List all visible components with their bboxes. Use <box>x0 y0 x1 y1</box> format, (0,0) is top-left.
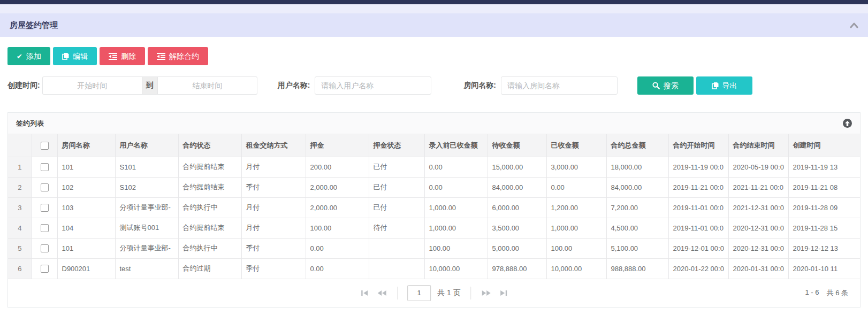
page-title: 房屋签约管理 <box>10 20 58 30</box>
cell-deposit: 2,000.00 <box>306 197 369 218</box>
cell-contract-start-time: 2019-11-21 00:0 <box>668 177 728 197</box>
row-checkbox[interactable] <box>41 163 49 171</box>
outdent-icon <box>109 53 117 60</box>
row-number: 5 <box>8 238 32 258</box>
cell-contract-start-time: 2019-11-01 00:0 <box>668 218 728 238</box>
contract-list-panel: 签约列表 房间名称用户名称合约状态租金交纳方式押金押金状态录入前已收金额待收金额… <box>7 112 861 308</box>
cell-create-time: 2019-11-21 08 <box>788 177 860 197</box>
header-create-time: 创建时间 <box>788 134 860 157</box>
row-number: 4 <box>8 218 32 238</box>
page-number-input[interactable] <box>407 285 431 301</box>
room-name-input[interactable] <box>501 76 618 95</box>
table-row[interactable]: 3103分项计量事业部-合约执行中月付2,000.00已付1,000.006,0… <box>8 197 860 218</box>
table-row[interactable]: 4104测试账号001合约提前结束月付100.00待付1,000.003,500… <box>8 218 860 238</box>
row-checkbox-cell <box>32 238 57 258</box>
add-button[interactable]: ✔ 添加 <box>7 47 50 65</box>
cell-contract-total: 988,888.00 <box>606 258 668 279</box>
contract-table: 房间名称用户名称合约状态租金交纳方式押金押金状态录入前已收金额待收金额已收金额合… <box>8 134 860 279</box>
cell-received-amount: 0.00 <box>546 177 606 197</box>
export-button[interactable]: 导出 <box>696 76 752 95</box>
end-time-input[interactable] <box>158 76 257 95</box>
user-name-input[interactable] <box>315 76 431 95</box>
user-name-label: 用户名称: <box>278 81 310 90</box>
cell-deposit-status: 已付 <box>369 157 424 177</box>
cell-room-name: 104 <box>57 218 115 238</box>
header-row-number <box>8 134 32 157</box>
first-page-icon[interactable] <box>360 289 370 297</box>
header-received-amount: 已收金额 <box>546 134 606 157</box>
cell-user-name: 分项计量事业部- <box>115 238 178 258</box>
next-page-icon[interactable] <box>481 289 492 297</box>
row-number: 1 <box>8 157 32 177</box>
cell-room-name: 103 <box>57 197 115 218</box>
cell-contract-total: 4,500.00 <box>606 218 668 238</box>
cell-contract-status: 合约提前结束 <box>178 157 241 177</box>
cell-contract-start-time: 2019-11-19 00:0 <box>668 157 728 177</box>
cell-deposit: 100.00 <box>306 218 369 238</box>
edit-button[interactable]: 编辑 <box>53 47 97 65</box>
header-checkbox-cell <box>32 134 57 157</box>
date-range-group: 到 <box>42 76 257 95</box>
table-row[interactable]: 6D900201test合约过期季付0.0010,000.00978,888.0… <box>8 258 860 279</box>
row-checkbox[interactable] <box>41 183 49 191</box>
cell-received-amount: 3,000.00 <box>546 157 606 177</box>
table-row[interactable]: 2102S102合约提前结束季付2,000.00已付0.0084,000.000… <box>8 177 860 197</box>
cell-receivable-amount: 3,500.00 <box>488 218 546 238</box>
create-time-label: 创建时间: <box>7 81 40 90</box>
cell-deposit-status: 待付 <box>369 218 424 238</box>
cell-room-name: 101 <box>57 238 115 258</box>
cell-pre-received-amount: 10,000.00 <box>424 258 488 279</box>
cell-deposit-status <box>369 238 424 258</box>
cell-rent-pay-method: 季付 <box>241 238 306 258</box>
panel-title: 签约列表 <box>16 119 44 128</box>
cell-contract-end-time: 2020-01-31 00:0 <box>728 258 788 279</box>
header-contract-total: 合约总金额 <box>606 134 668 157</box>
cell-create-time: 2019-11-28 15 <box>788 218 860 238</box>
outdent-icon <box>157 53 165 60</box>
copy-icon <box>62 52 69 60</box>
search-button[interactable]: 搜索 <box>637 76 694 95</box>
cell-deposit: 2,000.00 <box>306 177 369 197</box>
select-all-checkbox[interactable] <box>41 142 49 150</box>
row-number: 6 <box>8 258 32 279</box>
cell-room-name: D900201 <box>57 258 115 279</box>
cell-pre-received-amount: 0.00 <box>424 177 488 197</box>
row-checkbox[interactable] <box>41 265 49 273</box>
cell-contract-status: 合约过期 <box>178 258 241 279</box>
cell-contract-total: 7,200.00 <box>606 197 668 218</box>
header-contract-start-time: 合约开始时间 <box>668 134 728 157</box>
header-deposit-status: 押金状态 <box>369 134 424 157</box>
cell-contract-status: 合约提前结束 <box>178 177 241 197</box>
terminate-contract-button[interactable]: 解除合约 <box>148 47 208 65</box>
row-checkbox[interactable] <box>41 224 49 232</box>
cell-receivable-amount: 978,888.00 <box>488 258 546 279</box>
last-page-icon[interactable] <box>498 289 508 297</box>
cell-pre-received-amount: 0.00 <box>424 157 488 177</box>
cell-contract-total: 18,000.00 <box>606 157 668 177</box>
collapse-circle-icon[interactable] <box>843 119 852 128</box>
cell-rent-pay-method: 月付 <box>241 197 306 218</box>
row-checkbox[interactable] <box>41 204 49 212</box>
total-pages-label: 共 1 页 <box>437 288 461 298</box>
start-time-input[interactable] <box>42 76 142 95</box>
table-row[interactable]: 5101分项计量事业部-合约执行中季付0.00100.005,000.00100… <box>8 238 860 258</box>
terminate-button-label: 解除合约 <box>169 52 199 60</box>
chevron-up-icon[interactable] <box>850 22 858 28</box>
cell-create-time: 2020-01-10 11 <box>788 258 860 279</box>
cell-received-amount: 1,000.00 <box>546 218 606 238</box>
cell-pre-received-amount: 1,000.00 <box>424 218 488 238</box>
panel-footer: 共 1 页 1 - 6 共 6 条 <box>8 279 860 307</box>
cell-receivable-amount: 84,000.00 <box>488 177 546 197</box>
sub-header-strip <box>0 4 868 13</box>
record-total-label: 共 6 条 <box>827 288 848 298</box>
pager-divider <box>397 287 398 299</box>
cell-received-amount: 100.00 <box>546 238 606 258</box>
prev-page-icon[interactable] <box>376 289 387 297</box>
main-content: ✔ 添加 编辑 删除 解除合约 创建时间: 到 <box>0 47 868 308</box>
delete-button[interactable]: 删除 <box>100 47 145 65</box>
row-checkbox-cell <box>32 218 57 238</box>
table-row[interactable]: 1101S101合约提前结束月付200.00已付0.0015,000.003,0… <box>8 157 860 177</box>
cell-user-name: 分项计量事业部- <box>115 197 178 218</box>
cell-user-name: 测试账号001 <box>115 218 178 238</box>
row-checkbox[interactable] <box>41 244 49 252</box>
